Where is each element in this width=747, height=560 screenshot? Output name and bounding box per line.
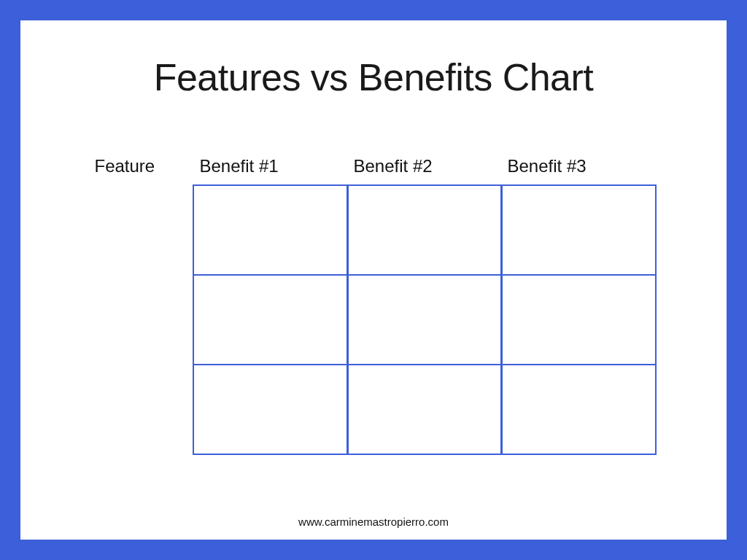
grid-cell bbox=[500, 274, 657, 366]
table-headers: Feature Benefit #1 Benefit #2 Benefit #3 bbox=[92, 156, 656, 176]
diagram-container: Features vs Benefits Chart Feature Benef… bbox=[20, 20, 727, 540]
feature-column-spacer bbox=[92, 185, 194, 454]
chart-table: Feature Benefit #1 Benefit #2 Benefit #3 bbox=[92, 156, 656, 454]
grid-cell bbox=[347, 274, 503, 366]
header-benefit-1: Benefit #1 bbox=[194, 156, 348, 176]
grid-cell bbox=[500, 364, 657, 456]
header-benefit-3: Benefit #3 bbox=[502, 156, 656, 176]
grid-wrap bbox=[92, 185, 656, 454]
header-feature: Feature bbox=[92, 156, 194, 176]
footer-url: www.carminemastropierro.com bbox=[20, 516, 727, 528]
header-benefit-2: Benefit #2 bbox=[348, 156, 502, 176]
grid-cell bbox=[193, 184, 349, 276]
grid bbox=[194, 185, 656, 454]
grid-cell bbox=[193, 364, 349, 456]
grid-cell bbox=[347, 364, 503, 456]
grid-cell bbox=[347, 184, 503, 276]
grid-cell bbox=[500, 184, 657, 276]
grid-cell bbox=[193, 274, 349, 366]
page-title: Features vs Benefits Chart bbox=[154, 55, 594, 99]
